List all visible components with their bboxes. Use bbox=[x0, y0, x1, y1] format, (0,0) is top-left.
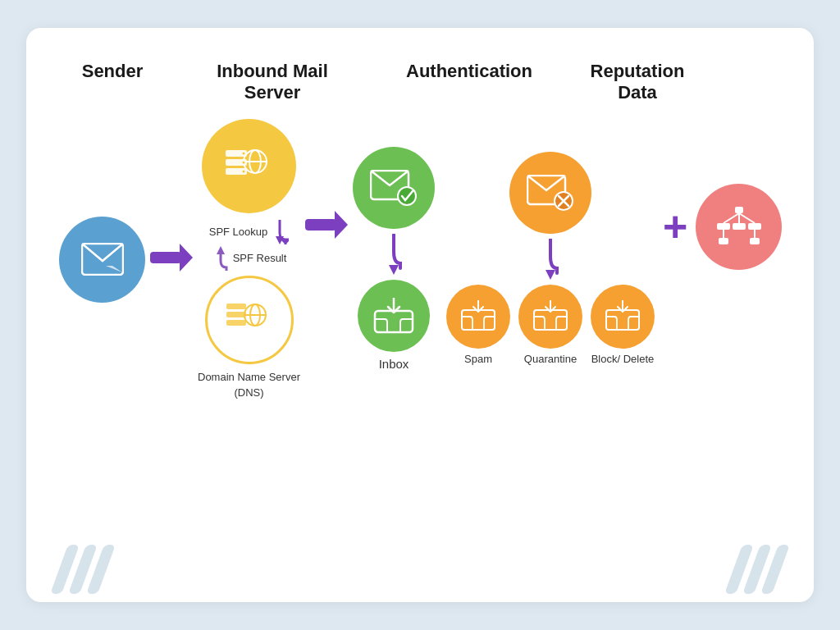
auth-col: Inbox bbox=[353, 147, 655, 372]
slash-decor-left bbox=[59, 545, 107, 594]
dns-label: Domain Name Server(DNS) bbox=[198, 369, 300, 400]
dns-circle bbox=[205, 276, 294, 364]
auth-success-circle bbox=[353, 147, 435, 229]
auth-fail-circle bbox=[509, 152, 591, 234]
svg-rect-36 bbox=[606, 310, 639, 330]
reputation-circle bbox=[696, 184, 782, 270]
inbound-server-circle bbox=[202, 119, 296, 213]
svg-rect-35 bbox=[534, 310, 567, 330]
arrow-1 bbox=[150, 244, 193, 275]
spf-lookup-area: SPF Lookup bbox=[209, 220, 290, 244]
svg-rect-47 bbox=[750, 238, 760, 244]
svg-rect-27 bbox=[375, 311, 413, 332]
spam-label: Spam bbox=[464, 353, 492, 365]
label-sender: Sender bbox=[59, 61, 166, 104]
svg-rect-18 bbox=[226, 304, 246, 309]
reputation-col bbox=[696, 184, 782, 270]
svg-point-12 bbox=[242, 170, 244, 172]
quarantine-label: Quarantine bbox=[524, 353, 577, 365]
svg-marker-26 bbox=[389, 265, 399, 275]
svg-line-38 bbox=[724, 213, 739, 223]
main-card: Sender Inbound MailServer Authentication… bbox=[26, 28, 814, 602]
block-delete-label: Block/ Delete bbox=[591, 353, 655, 367]
slash-decor-right bbox=[733, 545, 781, 594]
auth-fail-down bbox=[539, 239, 562, 283]
svg-rect-45 bbox=[748, 223, 761, 230]
svg-rect-41 bbox=[717, 223, 730, 230]
svg-rect-43 bbox=[719, 238, 728, 244]
svg-marker-3 bbox=[180, 244, 193, 272]
svg-line-40 bbox=[739, 213, 755, 223]
spf-result-area: SPF Result bbox=[212, 246, 287, 271]
inbox-label: Inbox bbox=[379, 357, 409, 372]
inbound-server-col: SPF Lookup SPF Result bbox=[198, 119, 300, 400]
label-inbound-server: Inbound MailServer bbox=[215, 61, 330, 104]
svg-marker-33 bbox=[546, 270, 555, 280]
spam-circle bbox=[446, 285, 510, 349]
svg-rect-37 bbox=[735, 207, 743, 213]
quarantine-circle bbox=[518, 285, 582, 349]
block-delete-circle bbox=[591, 285, 655, 349]
auth-success-down bbox=[382, 234, 405, 278]
svg-rect-19 bbox=[226, 312, 246, 317]
sender-circle bbox=[59, 217, 145, 303]
svg-point-10 bbox=[242, 152, 244, 154]
svg-point-11 bbox=[242, 161, 244, 163]
svg-rect-2 bbox=[150, 252, 181, 263]
svg-marker-1 bbox=[106, 266, 122, 272]
svg-rect-20 bbox=[226, 320, 246, 326]
arrow-2 bbox=[305, 211, 348, 242]
svg-marker-22 bbox=[335, 211, 348, 239]
label-reputation: ReputationData bbox=[584, 61, 691, 104]
plus-sign: + bbox=[663, 202, 687, 251]
svg-rect-21 bbox=[305, 219, 336, 231]
svg-rect-44 bbox=[733, 223, 746, 230]
inbox-circle bbox=[358, 280, 430, 352]
label-authentication: Authentication bbox=[379, 61, 559, 104]
svg-rect-34 bbox=[462, 310, 495, 330]
